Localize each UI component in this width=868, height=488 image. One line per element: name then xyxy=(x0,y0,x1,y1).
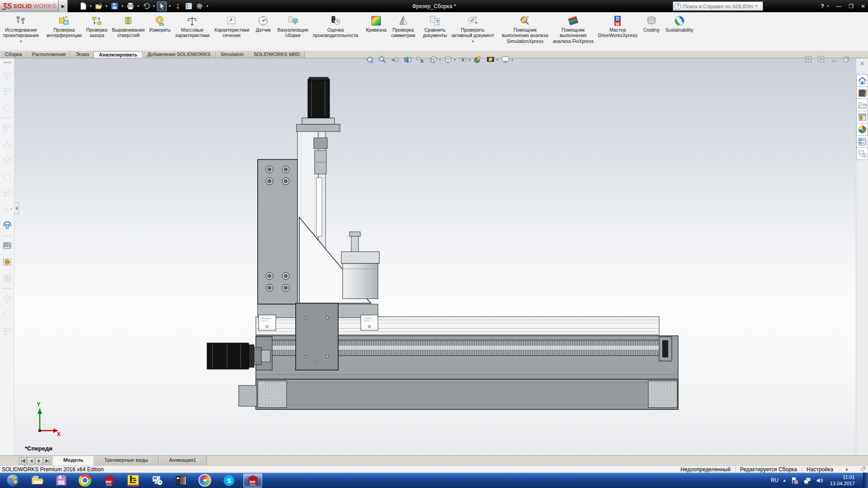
display-window-icon[interactable] xyxy=(2,241,12,251)
print-dropdown-icon[interactable]: ▾ xyxy=(136,4,140,8)
tab-расположение[interactable]: Расположение xyxy=(27,51,71,58)
forum-icon[interactable] xyxy=(856,147,868,160)
skype[interactable]: S xyxy=(219,474,238,488)
zoom-to-area-icon[interactable] xyxy=(377,55,388,65)
design-library-icon[interactable] xyxy=(856,86,868,99)
ribbon-button-interference[interactable]: Проверка интерференции xyxy=(44,14,84,39)
action-center-flag-icon[interactable] xyxy=(790,476,799,485)
z-column-plate[interactable] xyxy=(258,160,297,304)
zoom-to-fit-icon[interactable] xyxy=(364,55,375,65)
rail-carriage-right[interactable] xyxy=(361,315,378,330)
menu-flyout-arrow-icon[interactable]: ▶ xyxy=(59,0,68,12)
search-input[interactable] xyxy=(683,4,751,9)
view-orientation-dropdown-icon[interactable]: ▾ xyxy=(439,58,441,62)
view-palette-icon[interactable] xyxy=(856,111,868,123)
edit-appearance-icon[interactable] xyxy=(472,55,483,65)
first-tab-icon[interactable] xyxy=(19,457,27,465)
close-button[interactable]: ✕ xyxy=(861,3,865,9)
language-indicator[interactable]: RU xyxy=(771,477,778,483)
assembly-tool-icon-6[interactable] xyxy=(2,155,12,166)
bottom-tab-2[interactable]: Трехмерные виды xyxy=(94,456,159,465)
ribbon-button-flox[interactable]: Помощник выполнения анализа FloXpress xyxy=(551,14,596,44)
file-explorer-icon[interactable] xyxy=(856,99,868,111)
previous-view-icon[interactable] xyxy=(390,55,401,65)
end-box-left[interactable] xyxy=(239,385,257,406)
task-pane-close-icon[interactable]: ✕ xyxy=(856,58,868,68)
view-orientation-icon[interactable] xyxy=(428,55,439,65)
cad-utility[interactable] xyxy=(123,474,142,488)
ribbon-button-dwx[interactable]: DWМастер DriveWorksXpress xyxy=(596,14,640,39)
assembly-drawing[interactable]: Y X xyxy=(14,58,856,455)
ribbon-button-performance[interactable]: Оценка производительности xyxy=(311,14,360,39)
tab-simulation[interactable]: Simulation xyxy=(216,51,249,58)
ribbon-button-compare[interactable]: ?Сравнить документы xyxy=(421,14,449,39)
restore-button[interactable]: ❐ xyxy=(849,3,854,9)
motor-bracket[interactable] xyxy=(297,124,340,131)
assembly-tool-icon-7[interactable] xyxy=(2,172,12,182)
ribbon-button-costing[interactable]: Costing xyxy=(640,14,663,33)
home-icon[interactable] xyxy=(856,74,868,87)
assembly-tool-icon-4[interactable] xyxy=(2,123,12,133)
pane-collapse-right-icon[interactable] xyxy=(816,55,826,64)
open-document-icon[interactable] xyxy=(94,1,104,11)
apply-scene-dropdown-icon[interactable]: ▾ xyxy=(496,58,498,62)
tab-эскиз[interactable]: Эскиз xyxy=(71,51,94,58)
foot-pad-right[interactable] xyxy=(648,381,677,408)
rebuild-icon[interactable] xyxy=(173,1,183,11)
base-beam[interactable] xyxy=(256,379,678,409)
select-icon[interactable] xyxy=(157,1,167,11)
chrome-browser[interactable] xyxy=(75,474,94,488)
view-settings-icon[interactable] xyxy=(500,55,511,65)
section-view-icon[interactable] xyxy=(402,55,413,65)
assembly-tool-icon-3[interactable] xyxy=(2,103,12,113)
dropdown-arrow-icon[interactable]: ▾ xyxy=(20,39,22,43)
assembly-tool-icon-5[interactable] xyxy=(2,139,12,150)
preview-sphere-icon[interactable] xyxy=(2,257,12,267)
options-dropdown-icon[interactable]: ▾ xyxy=(205,4,209,8)
assembly-tool-icon-12[interactable] xyxy=(2,326,12,337)
solidworks-2016[interactable]: SW2016 xyxy=(99,474,118,488)
prev-tab-icon[interactable] xyxy=(27,457,35,465)
ribbon-button-sustain[interactable]: Sustainability xyxy=(663,14,696,33)
assembly-tool-icon-10[interactable] xyxy=(2,294,12,304)
foot-pad-left[interactable] xyxy=(258,381,287,408)
media-player[interactable] xyxy=(195,474,214,488)
search-icon[interactable]: ⌕ xyxy=(751,3,754,10)
tab-сборка[interactable]: Сборка xyxy=(0,51,27,58)
hidden-icons-chevron-icon[interactable]: ▲ xyxy=(783,479,786,483)
hide-show-items-icon[interactable] xyxy=(458,55,468,65)
ribbon-button-assembly-vis[interactable]: Визуализация сборки xyxy=(275,14,311,39)
ribbon-button-sensor[interactable]: Датчик xyxy=(251,14,275,33)
stepper-motor-y[interactable] xyxy=(207,343,254,369)
help-search[interactable]: ? ⌕ ▾ xyxy=(673,1,763,11)
last-tab-icon[interactable] xyxy=(43,457,51,465)
doc-minimize-icon[interactable] xyxy=(829,55,838,64)
dropdown-arrow-icon[interactable]: ▾ xyxy=(10,207,12,211)
minimize-button[interactable]: — xyxy=(836,3,841,9)
show-desktop-button[interactable] xyxy=(863,473,868,488)
save-dropdown-icon[interactable]: ▾ xyxy=(120,4,124,8)
ribbon-button-simx[interactable]: Помощник выполнения анализа SimulationXp… xyxy=(500,14,551,44)
solidworks-2016-active[interactable]: SW2016 xyxy=(243,474,262,488)
save-icon[interactable] xyxy=(109,1,119,11)
customize-toggle-icon[interactable]: ▲ xyxy=(845,467,849,471)
smart-fastener-icon[interactable] xyxy=(2,221,12,231)
volume-icon[interactable] xyxy=(816,476,824,485)
ribbon-button-section[interactable]: Характеристики сечения xyxy=(212,14,251,39)
custom-properties-icon[interactable] xyxy=(856,135,868,148)
tab-анализировать[interactable]: Анализировать xyxy=(94,51,142,58)
open-document-dropdown-icon[interactable]: ▾ xyxy=(104,4,108,8)
display-style-dropdown-icon[interactable]: ▾ xyxy=(454,58,456,62)
toolbar-drag-handle[interactable] xyxy=(3,62,11,63)
remote-desktop[interactable] xyxy=(147,474,166,488)
ribbon-button-check-doc[interactable]: *Проверить активный документ▾ xyxy=(449,14,496,44)
file-properties-icon[interactable] xyxy=(184,1,193,11)
ribbon-button-symmetry[interactable]: Проверка симметрии xyxy=(389,14,417,39)
undo-dropdown-icon[interactable]: ▾ xyxy=(152,4,156,8)
assembly-tool-icon-2[interactable] xyxy=(2,86,12,97)
help-button[interactable]: ? xyxy=(821,3,824,9)
windows-explorer[interactable] xyxy=(28,474,47,488)
view-annotations-icon[interactable]: A xyxy=(415,55,426,65)
graphics-viewport[interactable]: Y X *Спереди xyxy=(14,58,856,455)
pane-collapse-left-icon[interactable] xyxy=(804,55,813,64)
